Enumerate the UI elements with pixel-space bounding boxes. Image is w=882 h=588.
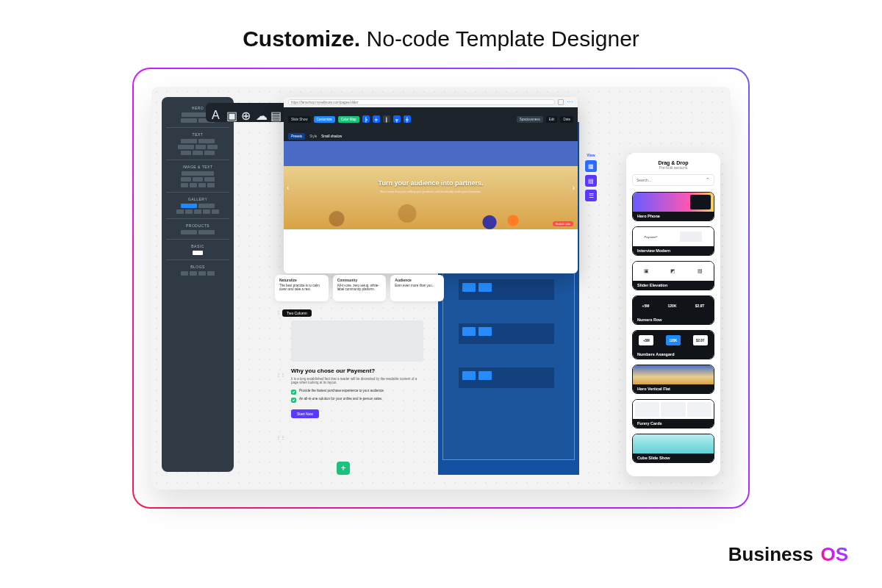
layers-icon[interactable]: ▤ — [270, 109, 278, 116]
section-handles[interactable]: ⋮⋮⋮⋮⋮⋮ — [276, 309, 284, 440]
prebuilt-card[interactable]: +5M 120K $2.9T Numers Row — [632, 295, 714, 325]
tb-presets[interactable]: Presets — [288, 133, 305, 140]
browser-url[interactable]: https://fanushop.mysellstore.com/pages/s… — [288, 99, 555, 105]
switch-side-pill[interactable]: Switch side — [553, 221, 573, 226]
tb-style-value[interactable]: Small shadow — [321, 135, 342, 138]
feature-card[interactable]: Audience Earn even more than you... — [390, 275, 444, 301]
brand-footer: Business OS — [728, 543, 848, 566]
card-copy: Earn even more than you... — [395, 284, 440, 287]
card-title: Naturalize — [279, 278, 324, 282]
prebuilt-card[interactable]: Hero Vertical Flat — [632, 365, 714, 394]
chevron-right-icon[interactable]: › — [573, 184, 575, 192]
prebuilt-label: Funny Cards — [633, 419, 714, 428]
panel-subtitle: Pre-built sections — [632, 165, 714, 170]
ds-group-text: TEXT — [166, 132, 229, 137]
window-control-icon[interactable] — [558, 99, 564, 105]
frame-inner: HERO TEXT IMAGE & TEXT GALLERY — [134, 69, 748, 507]
add-section-button[interactable]: + — [337, 462, 350, 475]
view-switcher[interactable]: View ▦ ▤ ☰ — [584, 153, 598, 201]
ds-group-blogs: BLOGS — [166, 265, 229, 269]
check-icon — [291, 390, 296, 395]
twocol-heading: Why you chose our Payment? — [291, 368, 423, 374]
tb-customize[interactable]: Customize — [314, 116, 335, 123]
cloud-icon[interactable]: ☁ — [256, 109, 263, 116]
headline-light: No-code Template Designer — [367, 26, 639, 51]
start-now-button[interactable]: Start Now — [291, 409, 319, 418]
align-top-icon[interactable]: ┳ — [393, 115, 401, 123]
drag-drop-panel[interactable]: Drag & Drop Pre-built sections ⌃ Hero Ph… — [626, 153, 720, 476]
align-v-icon[interactable]: ┃ — [383, 115, 390, 123]
preview-browser: https://fanushop.mysellstore.com/pages/s… — [284, 97, 578, 273]
align-center-icon[interactable]: ┿ — [373, 115, 380, 123]
thumb-numbers-axangard: +5M 120K $2.9T — [633, 331, 714, 350]
editor-toolbar[interactable]: Slide Show Customize Color Map ┣ ┿ ┃ ┳ ╋… — [284, 107, 578, 131]
prebuilt-label: Interview Modern — [633, 246, 714, 255]
align-left-icon[interactable]: ┣ — [362, 115, 370, 123]
brand-suffix: OS — [820, 543, 848, 566]
view-wireframe-icon[interactable]: ▦ — [585, 160, 597, 172]
thumb-hero-phone — [633, 193, 714, 212]
card-title: Community — [337, 278, 382, 282]
tb-section: Slide Show — [288, 116, 311, 123]
prebuilt-label: Slider Elevation — [633, 281, 714, 290]
feature-cards-row: Naturalize The best practice is to calm … — [275, 275, 444, 301]
prebuilt-label: Hero Phone — [633, 212, 714, 220]
bullet-text: An all-in-one solution for your online a… — [299, 397, 383, 401]
prebuilt-card[interactable]: Funny Cards — [632, 399, 714, 429]
prebuilt-card[interactable]: ▣◩▧ Slider Elevation — [632, 261, 714, 290]
feature-card[interactable]: Naturalize The best practice is to calm … — [275, 275, 329, 301]
panel-search[interactable]: ⌃ — [632, 174, 714, 186]
feature-card[interactable]: Community All-in-one, zero setup, white-… — [333, 275, 387, 301]
gradient-frame: HERO TEXT IMAGE & TEXT GALLERY — [132, 68, 750, 509]
tb-style-label: Style — [309, 135, 317, 138]
thumb-numbers-row: +5M 120K $2.9T — [633, 296, 714, 315]
hero-subtitle: Earn more than just selling your product… — [284, 190, 578, 193]
thumb-interview: Payment? — [633, 227, 714, 246]
view-label: View — [587, 153, 595, 157]
prebuilt-label: Numers Row — [633, 315, 714, 324]
chevron-up-icon[interactable]: ⌃ — [706, 177, 710, 183]
panel-title: Drag & Drop — [632, 160, 714, 165]
prebuilt-card[interactable]: Hero Phone — [632, 192, 714, 221]
card-copy: All-in-one, zero setup, white-label comm… — [337, 284, 382, 291]
two-column-section[interactable]: Why you chose our Payment? It is a long … — [291, 320, 423, 460]
align-mid-icon[interactable]: ╋ — [404, 115, 411, 123]
prebuilt-label: Cube Slide Show — [633, 453, 714, 462]
thumb-hero-vertical — [633, 365, 714, 384]
globe-icon[interactable]: ⊕ — [241, 109, 248, 116]
component-sidebar[interactable]: HERO TEXT IMAGE & TEXT GALLERY — [162, 97, 234, 472]
more-icon[interactable]: ⋯ — [567, 98, 573, 106]
prebuilt-card[interactable]: +5M 120K $2.9T Numbers Axangard — [632, 330, 714, 359]
ds-group-products: PRODUCTS — [166, 223, 229, 228]
image-icon[interactable]: ▣ — [226, 109, 234, 116]
section-tag: Two Column — [282, 309, 312, 317]
thumb-funny-cards — [633, 400, 714, 419]
tb-edit[interactable]: Edit — [546, 116, 558, 123]
card-title: Audience — [395, 278, 440, 282]
prebuilt-label: Hero Vertical Flat — [633, 384, 714, 393]
ds-group-gallery: GALLERY — [166, 197, 229, 201]
thumb-slider: ▣◩▧ — [633, 262, 714, 281]
card-copy: The best practice is to calm down and ta… — [279, 284, 324, 291]
placeholder-image — [291, 320, 423, 362]
mac-window: HERO TEXT IMAGE & TEXT GALLERY — [151, 87, 731, 490]
view-list-icon[interactable]: ☰ — [585, 190, 597, 201]
tb-colormap[interactable]: Color Map — [338, 116, 359, 123]
chevron-left-icon[interactable]: ‹ — [287, 184, 289, 192]
search-input[interactable] — [637, 178, 703, 182]
brand-name: Business — [728, 543, 814, 566]
prebuilt-card[interactable]: Payment? Interview Modern — [632, 226, 714, 256]
prebuilt-card[interactable]: Cube Slide Show — [632, 434, 714, 463]
text-icon[interactable]: A — [212, 109, 219, 116]
hero-preview[interactable]: ‹ › Turn your audience into partners. Ea… — [284, 141, 578, 229]
prebuilt-label: Numbers Axangard — [633, 350, 714, 359]
tb-date[interactable]: Date — [560, 116, 573, 123]
ds-group-basic: BASIC — [166, 244, 229, 248]
thumb-cube-slide — [633, 434, 714, 453]
headline-bold: Customize. — [243, 26, 360, 51]
view-grid-icon[interactable]: ▤ — [585, 175, 597, 187]
check-icon — [291, 398, 296, 403]
tb-spaciousness[interactable]: Spaciousness — [517, 116, 543, 123]
hero-title: Turn your audience into partners. — [284, 179, 578, 187]
twocol-paragraph: It is a long established fact that a rea… — [291, 377, 423, 384]
